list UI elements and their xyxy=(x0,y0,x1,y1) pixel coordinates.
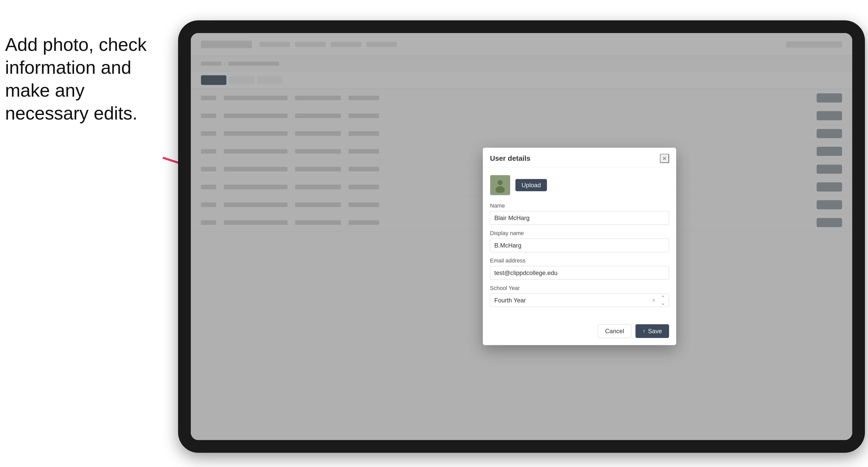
annotation-line3: make any xyxy=(5,80,85,100)
tablet-device: › xyxy=(178,20,865,453)
annotation-line2: information and xyxy=(5,57,131,77)
name-input[interactable] xyxy=(490,211,669,225)
photo-thumbnail xyxy=(490,175,510,195)
email-label: Email address xyxy=(490,257,669,264)
modal-title: User details xyxy=(490,154,530,162)
school-year-select-wrapper: Fourth Year First Year Second Year Third… xyxy=(490,293,669,307)
cancel-button[interactable]: Cancel xyxy=(598,324,632,338)
select-clear-icon[interactable]: × xyxy=(650,297,657,304)
annotation-line1: Add photo, check xyxy=(5,34,147,55)
save-button[interactable]: ↑ Save xyxy=(636,324,669,338)
tablet-screen: › xyxy=(191,33,852,440)
display-name-field-group: Display name xyxy=(490,230,669,252)
chevron-icon: ⌃⌄ xyxy=(659,297,666,304)
display-name-input[interactable] xyxy=(490,239,669,252)
annotation-line4: necessary edits. xyxy=(5,103,137,123)
email-field-group: Email address xyxy=(490,257,669,280)
modal-footer: Cancel ↑ Save xyxy=(483,319,676,345)
svg-point-5 xyxy=(498,180,503,185)
save-label: Save xyxy=(648,328,662,335)
modal-header: User details × xyxy=(483,148,676,168)
name-field-group: Name xyxy=(490,203,669,225)
upload-photo-button[interactable]: Upload xyxy=(516,179,547,191)
name-label: Name xyxy=(490,203,669,209)
user-details-modal: User details × xyxy=(483,148,676,345)
school-year-field-group: School Year Fourth Year First Year Secon… xyxy=(490,285,669,307)
modal-close-button[interactable]: × xyxy=(660,154,669,163)
photo-upload-row: Upload xyxy=(490,175,669,195)
annotation-left: Add photo, check information and make an… xyxy=(5,33,163,125)
avatar-image xyxy=(493,178,508,193)
save-icon: ↑ xyxy=(643,328,645,335)
school-year-label: School Year xyxy=(490,285,669,291)
modal-body: Upload Name Display name Email addre xyxy=(483,168,676,319)
email-input[interactable] xyxy=(490,266,669,280)
school-year-select[interactable]: Fourth Year First Year Second Year Third… xyxy=(490,293,669,307)
select-controls: × ⌃⌄ xyxy=(650,297,666,304)
modal-overlay: User details × xyxy=(191,33,852,440)
display-name-label: Display name xyxy=(490,230,669,237)
